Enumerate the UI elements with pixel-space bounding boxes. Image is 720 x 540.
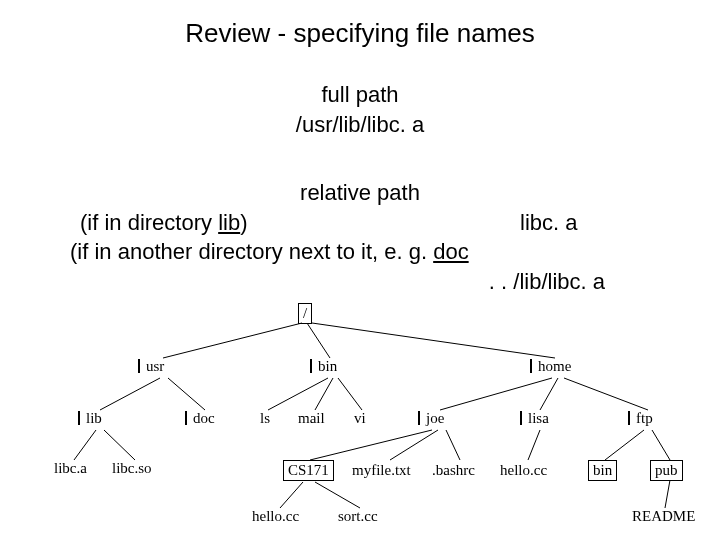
svg-line-21 (665, 480, 670, 508)
svg-line-1 (307, 323, 330, 358)
tree-lib-label: lib (86, 410, 102, 426)
svg-line-18 (652, 430, 670, 460)
tree-ftp-label: ftp (636, 410, 653, 426)
tree-ftp: ftp (628, 410, 653, 427)
tree-joe: joe (418, 410, 444, 427)
svg-line-10 (564, 378, 648, 410)
tree-lisa-label: lisa (528, 410, 549, 426)
tree-lisa: lisa (520, 410, 549, 427)
svg-line-13 (310, 430, 432, 460)
svg-line-3 (100, 378, 160, 410)
tree-sort-cs171: sort.cc (338, 508, 378, 525)
svg-line-7 (338, 378, 362, 410)
tree-root: / (298, 303, 312, 324)
svg-line-5 (268, 378, 328, 410)
svg-line-6 (315, 378, 333, 410)
svg-line-12 (104, 430, 135, 460)
filesystem-tree: / usr bin home lib doc ls mail vi joe li… (0, 0, 720, 540)
tree-usr: usr (138, 358, 164, 375)
svg-line-8 (440, 378, 552, 410)
tree-joe-label: joe (426, 410, 444, 426)
tree-home: home (530, 358, 571, 375)
tree-myfile: myfile.txt (352, 462, 411, 479)
tree-hello-lisa: hello.cc (500, 462, 547, 479)
tree-doc: doc (185, 410, 215, 427)
svg-line-19 (280, 482, 303, 508)
tree-bin: bin (310, 358, 337, 375)
tree-home-label: home (538, 358, 571, 374)
svg-line-9 (540, 378, 558, 410)
svg-line-0 (163, 323, 302, 358)
tree-bin2: bin (588, 460, 617, 481)
tree-bashrc: .bashrc (432, 462, 475, 479)
tree-mail: mail (298, 410, 325, 427)
svg-line-11 (74, 430, 96, 460)
tree-doc-label: doc (193, 410, 215, 426)
tree-libc-so: libc.so (112, 460, 152, 477)
tree-bin-label: bin (318, 358, 337, 374)
svg-line-2 (312, 323, 555, 358)
svg-line-4 (168, 378, 205, 410)
tree-edges (0, 0, 720, 540)
svg-line-16 (528, 430, 540, 460)
tree-cs171: CS171 (283, 460, 334, 481)
tree-vi: vi (354, 410, 366, 427)
tree-libc-a: libc.a (54, 460, 87, 477)
tree-usr-label: usr (146, 358, 164, 374)
tree-readme: README (632, 508, 695, 525)
tree-lib: lib (78, 410, 102, 427)
tree-hello-cs171: hello.cc (252, 508, 299, 525)
svg-line-17 (605, 430, 644, 460)
svg-line-15 (446, 430, 460, 460)
tree-pub: pub (650, 460, 683, 481)
tree-ls: ls (260, 410, 270, 427)
svg-line-14 (390, 430, 438, 460)
svg-line-20 (315, 482, 360, 508)
